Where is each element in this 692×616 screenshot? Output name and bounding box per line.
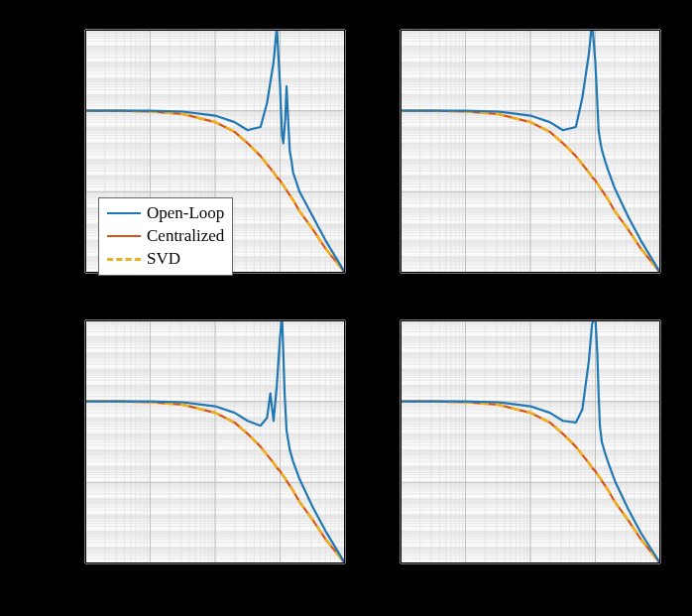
legend-row-svd: SVD	[107, 248, 224, 271]
legend-row-open-loop: Open-Loop	[107, 202, 224, 225]
x-tick: 100	[198, 566, 217, 585]
legend-label-centralized: Centralized	[147, 225, 224, 248]
x-tick: 100	[514, 566, 532, 585]
y-tick: 10-5	[58, 182, 79, 200]
legend-box: Open-Loop Centralized SVD	[98, 197, 233, 276]
x-label-right: Frequency [rad/s]	[459, 587, 585, 608]
legend-label-open-loop: Open-Loop	[147, 202, 224, 225]
x-tick: 10-2	[384, 566, 405, 585]
x-tick: 10-2	[68, 566, 90, 585]
y-tick: 10-10	[53, 263, 79, 282]
legend-label-svd: SVD	[147, 248, 180, 271]
y-tick: 100	[60, 101, 79, 120]
x-label-left: Frequency [rad/s]	[143, 587, 269, 608]
x-tick: 102	[328, 566, 347, 585]
y-tick: 105	[60, 310, 79, 329]
col-title-y1: To: y1	[174, 6, 218, 26]
col-title-y2: To: y2	[492, 6, 535, 26]
x-tick: 102	[643, 566, 662, 585]
bode-panel-u2-y1	[84, 319, 346, 564]
legend-row-centralized: Centralized	[107, 225, 224, 248]
y-tick: 10-5	[58, 472, 79, 491]
legend-swatch-svd	[107, 258, 141, 261]
row-label-u2: From: u2 - Magnitude	[20, 385, 41, 544]
bode-panel-u2-y2	[400, 319, 661, 564]
legend-swatch-centralized	[107, 235, 141, 237]
row-label-u1: From: u1 - Magnitude	[20, 93, 41, 252]
y-tick: 105	[60, 20, 79, 39]
bode-grid-figure: To: y1 To: y2 From: u1 - Magnitude From:…	[0, 0, 692, 616]
y-tick: 100	[60, 392, 79, 411]
bode-panel-u1-y2	[400, 29, 661, 274]
legend-swatch-open-loop	[107, 212, 141, 214]
